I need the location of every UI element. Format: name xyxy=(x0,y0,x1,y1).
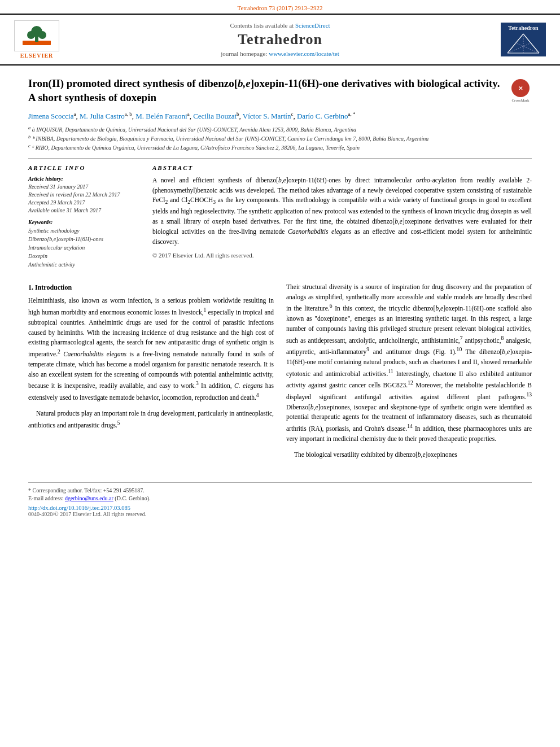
author-belen[interactable]: M. Belén Faraoni xyxy=(135,112,187,121)
footer-links: http://dx.doi.org/10.1016/j.tec.2017.03.… xyxy=(28,505,532,517)
article-info-col: ARTICLE INFO Article history: Received 3… xyxy=(28,164,141,269)
svg-point-3 xyxy=(27,31,35,39)
received-date: Received 31 January 2017 Received in rev… xyxy=(28,183,141,215)
corresponding-author: * Corresponding author. Tel/fax: +54 291… xyxy=(28,487,532,493)
crossmark-icon[interactable]: ✕ xyxy=(511,79,530,97)
journal-logo-right: Tetrahedron xyxy=(498,23,549,56)
abstract-copyright: © 2017 Elsevier Ltd. All rights reserved… xyxy=(152,252,532,259)
right-para-1: Their structural diversity is a source o… xyxy=(286,282,532,444)
homepage-url[interactable]: www.elsevier.com/locate/tet xyxy=(269,50,339,57)
abstract-col: ABSTRACT A novel and efficient synthesis… xyxy=(152,164,532,269)
keyword-1: Synthetic methodology xyxy=(28,226,141,235)
article-info-abstract: ARTICLE INFO Article history: Received 3… xyxy=(28,164,532,269)
elsevier-logo-box xyxy=(14,20,59,51)
keyword-5: Anthelmintic activity xyxy=(28,260,141,269)
email-line: E-mail address: dgerbino@uns.edu.ar (D.C… xyxy=(28,495,532,501)
right-para-2: The biological versatility exhibited by … xyxy=(286,450,532,460)
article-container: Iron(II) promoted direct synthesis of di… xyxy=(0,65,560,528)
intro-heading: 1. Introduction xyxy=(28,282,274,293)
svg-line-5 xyxy=(523,34,539,53)
corresponding-label: * Corresponding author. Tel/fax: +54 291… xyxy=(28,487,145,493)
affiliation-c: c ᶜ RIBO, Departamento de Química Orgáni… xyxy=(28,143,532,152)
elsevier-label: ELSEVIER xyxy=(20,53,54,59)
abstract-heading: ABSTRACT xyxy=(152,164,532,171)
email-link[interactable]: dgerbino@uns.edu.ar xyxy=(65,495,113,501)
affiliations: a à INQUISUR, Departamento de Química, U… xyxy=(28,125,532,152)
divider-1 xyxy=(28,158,532,159)
elsevier-logo: ELSEVIER xyxy=(11,20,62,59)
article-title-section: Iron(II) promoted direct synthesis of di… xyxy=(28,77,532,104)
svg-point-4 xyxy=(38,31,46,39)
article-title: Iron(II) promoted direct synthesis of di… xyxy=(28,77,504,104)
author-dario[interactable]: Darío C. Gerbino xyxy=(297,112,348,121)
intro-para-2: Natural products play an important role … xyxy=(28,409,274,430)
keyword-4: Doxepin xyxy=(28,252,141,260)
affiliation-b: b ᵇ INBIBA, Departamento de Biología, Bi… xyxy=(28,134,532,143)
doi-link[interactable]: http://dx.doi.org/10.1016/j.tec.2017.03.… xyxy=(28,505,130,511)
svg-line-9 xyxy=(508,43,531,53)
journal-header: ELSEVIER Contents lists available at Sci… xyxy=(0,14,560,65)
body-section: 1. Introduction Helminthiasis, also know… xyxy=(28,282,532,466)
citation-text: Tetrahedron 73 (2017) 2913–2922 xyxy=(237,5,322,11)
contents-text: Contents lists available at xyxy=(230,22,294,29)
email-suffix: (D.C. Gerbino). xyxy=(115,495,150,501)
affiliation-b-text: ᵇ INBIBA, Departamento de Biología, Bioq… xyxy=(32,136,429,142)
body-right-col: Their structural diversity is a source o… xyxy=(286,282,532,466)
homepage-prefix: journal homepage: xyxy=(221,50,267,57)
journal-citation: Tetrahedron 73 (2017) 2913–2922 xyxy=(0,0,560,14)
keyword-3: Intramolecular acylation xyxy=(28,243,141,252)
article-info-heading: ARTICLE INFO xyxy=(28,164,141,171)
accepted-text: Accepted 29 March 2017 xyxy=(28,199,85,206)
affiliation-c-text: ᶜ RIBO, Departamento de Química Orgánica… xyxy=(32,145,360,151)
svg-line-10 xyxy=(515,43,539,53)
svg-line-6 xyxy=(508,34,523,53)
author-julia[interactable]: M. Julia Castro xyxy=(80,112,125,121)
issn-text: 0040-4020/© 2017 Elsevier Ltd. All right… xyxy=(28,511,146,517)
author-jimena[interactable]: Jimena Scoccia xyxy=(28,112,74,121)
logo-title-text: Tetrahedron xyxy=(508,25,538,31)
author-cecilia[interactable]: Cecilia Bouzat xyxy=(193,112,237,121)
crossmark-label: CrossMark xyxy=(511,98,529,103)
journal-homepage: journal homepage: www.elsevier.com/locat… xyxy=(68,50,492,57)
author-victor[interactable]: Víctor S. Martín xyxy=(243,112,291,121)
crossmark[interactable]: ✕ CrossMark xyxy=(509,79,532,103)
abstract-text: A novel and efficient synthesis of diben… xyxy=(152,176,532,247)
sciencedirect-link[interactable]: ScienceDirect xyxy=(295,22,330,29)
email-label: E-mail address: xyxy=(28,495,63,501)
body-left-col: 1. Introduction Helminthiasis, also know… xyxy=(28,282,274,466)
intro-para-1: Helminthiasis, also known as worm infect… xyxy=(28,296,274,403)
revised-text: Received in revised form 22 March 2017 xyxy=(28,191,120,198)
footer-section: * Corresponding author. Tel/fax: +54 291… xyxy=(28,482,532,517)
received-text: Received 31 January 2017 xyxy=(28,184,88,190)
journal-title: Tetrahedron xyxy=(68,31,492,48)
keyword-2: Dibenzo[b,e]oxepin-11(6H)-ones xyxy=(28,235,141,243)
keywords-label: Keywords: xyxy=(28,219,141,225)
contents-line: Contents lists available at ScienceDirec… xyxy=(68,22,492,29)
history-label: Article history: xyxy=(28,176,141,182)
body-two-col: 1. Introduction Helminthiasis, also know… xyxy=(28,282,532,466)
authors-line: Jimena Scocciaa, M. Julia Castroa, b, M.… xyxy=(28,111,532,121)
affiliation-a-text: à INQUISUR, Departamento de Química, Uni… xyxy=(32,126,356,133)
affiliation-a: a à INQUISUR, Departamento de Química, U… xyxy=(28,125,532,134)
tetrahedron-logo-box: Tetrahedron xyxy=(501,23,546,56)
available-text: Available online 31 March 2017 xyxy=(28,207,101,213)
journal-center: Contents lists available at ScienceDirec… xyxy=(68,22,492,57)
